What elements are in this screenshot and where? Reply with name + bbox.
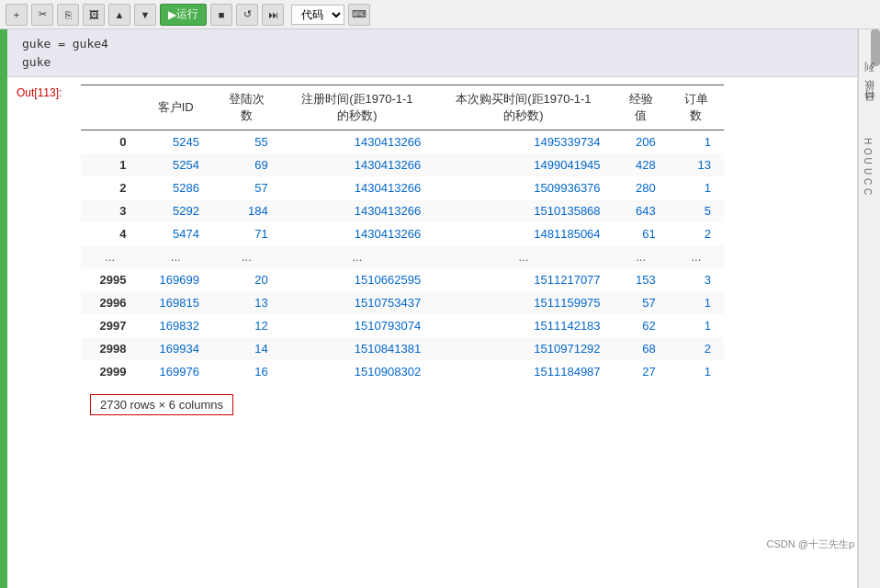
table-row: 29981699341415108413811510971292682 <box>81 337 724 360</box>
ellipsis-cell: ... <box>669 245 724 268</box>
panel-item-c2[interactable]: C <box>863 187 873 197</box>
dataframe-container[interactable]: 客户ID 登陆次数 注册时间(距1970-1-1的秒数) 本次购买时间(距197… <box>81 81 848 387</box>
table-cell: 71 <box>212 222 281 245</box>
scrollbar-thumb[interactable] <box>871 29 880 66</box>
row-index-cell: 3 <box>81 199 139 222</box>
table-cell: 1430413266 <box>281 130 434 154</box>
cell-output: Out[113]: 客户ID 登陆次数 注册时间(距1970-1-1的秒数) 本… <box>7 77 857 426</box>
out-label: Out[113]: <box>7 81 81 105</box>
code-line-2: guke <box>22 53 848 72</box>
panel-item-ou[interactable]: O U <box>863 146 873 166</box>
table-cell: 5254 <box>139 153 212 176</box>
cell-type-select[interactable]: 代码 <box>291 5 344 25</box>
row-index-cell: 2999 <box>81 360 139 383</box>
table-cell: 1510841381 <box>281 337 434 360</box>
cell-input[interactable]: guke = guke4 guke <box>7 29 857 77</box>
dataframe-table: 客户ID 登陆次数 注册时间(距1970-1-1的秒数) 本次购买时间(距197… <box>81 85 724 383</box>
output-row: Out[113]: 客户ID 登陆次数 注册时间(距1970-1-1的秒数) 本… <box>7 81 857 423</box>
table-cell: 169976 <box>139 360 212 383</box>
table-cell: 280 <box>614 176 669 199</box>
table-cell: 2 <box>669 337 724 360</box>
table-cell: 169699 <box>139 268 212 291</box>
table-cell: 55 <box>212 130 281 154</box>
table-cell: 1430413266 <box>281 153 434 176</box>
table-cell: 169832 <box>139 314 212 337</box>
table-cell: 169815 <box>139 291 212 314</box>
table-row: 299516969920151066259515112170771533 <box>81 268 724 291</box>
table-cell: 14 <box>212 337 281 360</box>
table-cell: 16 <box>212 360 281 383</box>
table-cell: 1509936376 <box>434 176 613 199</box>
table-cell: 184 <box>212 199 281 222</box>
row-index-cell: 2997 <box>81 314 139 337</box>
table-cell: 1510662595 <box>281 268 434 291</box>
table-header-row: 客户ID 登陆次数 注册时间(距1970-1-1的秒数) 本次购买时间(距197… <box>81 85 724 130</box>
table-cell: 62 <box>614 314 669 337</box>
table-cell: 69 <box>212 153 281 176</box>
panel-item-h[interactable]: H <box>863 136 873 146</box>
ellipsis-cell: ... <box>81 245 139 268</box>
row-index-cell: 1 <box>81 153 139 176</box>
table-cell: 5286 <box>139 176 212 199</box>
rows-info: 2730 rows × 6 columns <box>90 394 233 415</box>
toolbar-btn-skip[interactable]: ⏭ <box>262 4 284 26</box>
table-cell: 206 <box>614 130 669 154</box>
table-cell: 1510971292 <box>434 337 613 360</box>
table-cell: 1511142183 <box>434 314 613 337</box>
table-cell: 2 <box>669 222 724 245</box>
table-row: 454747114304132661481185064612 <box>81 222 724 245</box>
table-cell: 61 <box>614 222 669 245</box>
notebook-area[interactable]: guke = guke4 guke Out[113]: 客户ID 登陆次数 <box>7 29 858 588</box>
table-cell: 1 <box>669 291 724 314</box>
table-row: 29961698151315107534371511159975571 <box>81 291 724 314</box>
row-index-cell: 2996 <box>81 291 139 314</box>
table-cell: 1 <box>669 130 724 154</box>
ellipsis-cell: ... <box>614 245 669 268</box>
row-index-cell: 2998 <box>81 337 139 360</box>
table-cell: 1 <box>669 314 724 337</box>
ellipsis-cell: ... <box>139 245 212 268</box>
table-cell: 3 <box>669 268 724 291</box>
right-panel: 列 嵌 日特 H O U U C C <box>858 29 880 588</box>
table-cell: 12 <box>212 314 281 337</box>
toolbar: + ✂ ⎘ 🖼 ▲ ▼ ▶ 运行 ■ ↺ ⏭ 代码 ⌨ <box>0 0 880 29</box>
table-cell: 1510793074 <box>281 314 434 337</box>
ellipsis-cell: ... <box>281 245 434 268</box>
table-cell: 169934 <box>139 337 212 360</box>
table-cell: 1 <box>669 360 724 383</box>
table-cell: 1430413266 <box>281 199 434 222</box>
toolbar-btn-restart[interactable]: ↺ <box>236 4 258 26</box>
toolbar-btn-copy[interactable]: ⎘ <box>57 4 79 26</box>
toolbar-btn-keyboard[interactable]: ⌨ <box>348 4 370 26</box>
col-header-1: 登陆次数 <box>212 85 281 130</box>
table-cell: 57 <box>212 176 281 199</box>
panel-top-label: 列 <box>863 79 876 80</box>
table-cell: 1495339734 <box>434 130 613 154</box>
row-index-cell: 0 <box>81 130 139 154</box>
toolbar-btn-img[interactable]: 🖼 <box>83 4 105 26</box>
table-cell: 1511159975 <box>434 291 613 314</box>
toolbar-btn-stop[interactable]: ■ <box>210 4 232 26</box>
toolbar-btn-cut[interactable]: ✂ <box>31 4 53 26</box>
table-cell: 27 <box>614 360 669 383</box>
panel-item-u[interactable]: U <box>863 166 873 176</box>
run-label: 运行 <box>176 6 198 22</box>
row-index-cell: 2 <box>81 176 139 199</box>
table-cell: 5474 <box>139 222 212 245</box>
table-cell: 1 <box>669 176 724 199</box>
cell-active-indicator <box>0 29 7 588</box>
table-row: 15254691430413266149904194542813 <box>81 153 724 176</box>
table-cell: 20 <box>212 268 281 291</box>
col-header-4: 经验值 <box>614 85 669 130</box>
table-cell: 13 <box>669 153 724 176</box>
table-cell: 1430413266 <box>281 176 434 199</box>
toolbar-btn-up[interactable]: ▲ <box>108 4 130 26</box>
table-cell: 5 <box>669 199 724 222</box>
toolbar-btn-down[interactable]: ▼ <box>134 4 156 26</box>
ellipsis-cell: ... <box>212 245 281 268</box>
toolbar-btn-add[interactable]: + <box>6 4 28 26</box>
toolbar-run-button[interactable]: ▶ 运行 <box>160 4 207 26</box>
table-cell: 428 <box>614 153 669 176</box>
panel-item-c1[interactable]: C <box>863 176 873 187</box>
table-cell: 5245 <box>139 130 212 154</box>
